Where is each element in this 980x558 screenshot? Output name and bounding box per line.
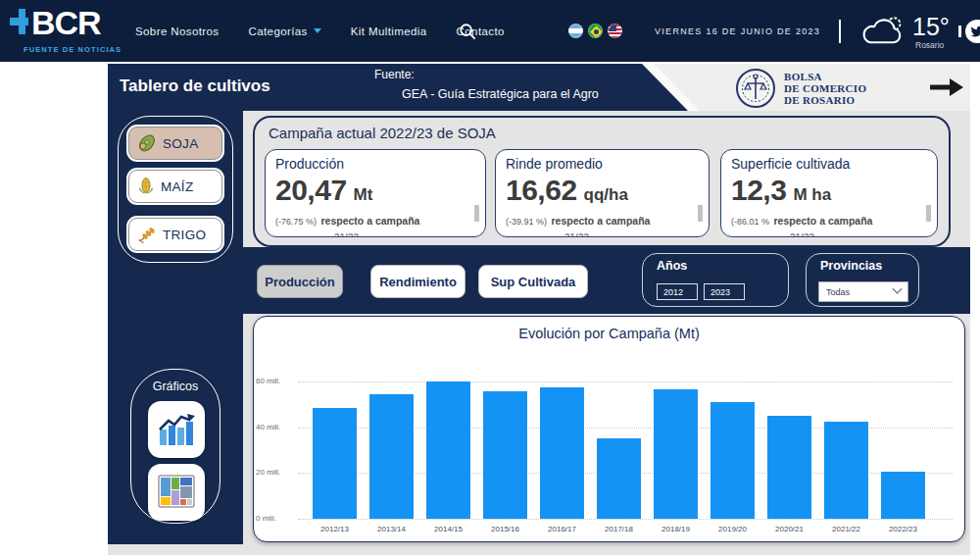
gridline [298,381,953,382]
crop-button-soja[interactable]: SOJA [128,127,222,160]
kpi-unit: Mt [354,185,373,205]
kpi-unit: qq/ha [584,185,628,205]
x-axis-tick: 2019/20 [710,525,755,533]
bar-2021/22[interactable] [824,422,868,519]
crop-button-maiz[interactable]: MAÍZ [128,170,222,203]
bcr-logo[interactable]: BCR FUENTE DE NOTICIAS [10,6,118,54]
org-line-2: DE COMERCIO [784,82,866,94]
flag-argentina-icon[interactable] [568,24,583,38]
years-filter-group: Años 2012 2023 [642,253,789,307]
treemap-icon [155,471,198,514]
gridline [298,519,953,520]
seal-logo-icon [735,68,776,109]
content-area: Campaña actual 2022/23 de SOJA Producció… [243,111,970,555]
year-to-input[interactable]: 2023 [704,283,745,300]
x-axis-tick: 2021/22 [824,525,868,533]
x-axis-tick: 2016/17 [540,525,584,533]
scrollbar-thumb[interactable] [474,205,479,222]
provinces-selected-value: Todas [826,287,850,297]
kpi-label: Rinde promedio [506,156,603,172]
corn-icon [136,177,156,196]
search-icon[interactable] [459,23,476,40]
bar-2017/18[interactable] [597,438,641,519]
bar-2016/17[interactable] [540,387,584,519]
treemap-view-button[interactable] [148,464,205,521]
crop-button-trigo[interactable]: TRIGO [128,218,222,251]
kpi-panel-title: Campaña actual 2022/23 de SOJA [269,125,496,141]
provinces-filter-group: Provincias Todas [806,253,919,307]
years-label: Años [657,259,687,273]
tab-sup-cultivada[interactable]: Sup Cultivada [478,265,588,298]
bar-2018/19[interactable] [654,389,698,519]
dashboard-title: Tablero de cultivos [120,76,270,96]
date-text: VIERNES 16 DE JUNIO DE 2023 [655,26,820,36]
bar-chart-view-button[interactable] [148,401,205,458]
nav-divider [839,20,841,43]
x-axis-tick: 2022/23 [881,525,925,533]
graphics-group: Gráficos [130,369,220,524]
crop-selector-group: SOJA MAÍZ [118,116,233,263]
nav-item-sobre-nosotros[interactable]: Sobre Nosotros [135,25,220,37]
y-axis-tick: 20 mill. [256,468,293,477]
bar-2022/23[interactable] [881,472,925,519]
kpi-value: 20,47 [275,174,347,207]
nav-item-categorias[interactable]: Categorías [249,25,321,37]
x-axis-tick: 2012/13 [313,525,357,533]
year-from-input[interactable]: 2012 [657,283,698,300]
tab-rendimiento[interactable]: Rendimiento [370,265,466,298]
org-line-1: BOLSA [784,71,866,82]
kpi-panel: Campaña actual 2022/23 de SOJA Producció… [253,116,951,247]
filter-band: Producción Rendimiento Sup Cultivada Año… [243,247,970,314]
scrollbar-thumb[interactable] [698,205,703,222]
source-label: Fuente: [374,68,415,81]
kpi-card-superficie: Superficie cultivada 12,3 M ha (-86.01 %… [720,149,938,237]
bcr-plus-icon [10,9,31,42]
tab-produccion[interactable]: Producción [257,265,343,298]
scrollbar-thumb[interactable] [926,205,931,222]
kpi-card-produccion: Producción 20,47 Mt (-76.75 %) respecto … [265,149,486,237]
weather-widget: 15° Rosario [859,14,950,50]
header-navy-area: Tablero de cultivos Fuente: GEA - Guía E… [108,64,688,111]
nav-item-kit-multimedia[interactable]: Kit Multimedia [351,25,427,37]
flag-usa-icon[interactable] [608,24,622,38]
org-line-3: DE ROSARIO [784,94,866,106]
provinces-dropdown[interactable]: Todas [818,281,908,302]
top-nav: BCR FUENTE DE NOTICIAS Sobre Nosotros Ca… [0,0,980,62]
bar-chart-icon [155,408,198,451]
chart-title: Evolución por Campaña (Mt) [254,326,964,341]
bar-2015/16[interactable] [483,391,527,519]
x-axis-tick: 2013/14 [369,525,414,533]
source-value: GEA - Guía Estratégica para el Agro [402,87,599,101]
brand-tagline: FUENTE DE NOTICIAS [24,45,118,54]
y-axis-tick: 60 mill. [256,377,293,385]
kpi-unit: M ha [793,185,831,205]
x-axis-tick: 2018/19 [654,525,698,533]
brand-text: BCR [31,6,101,39]
kpi-delta: (-76.75 %) respecto a campaña [275,211,419,228]
x-axis-tick: 2015/16 [483,525,527,533]
arrow-right-button[interactable] [929,77,964,101]
kpi-value: 16,62 [506,174,577,207]
x-axis-tick: 2014/15 [426,525,470,533]
nav-menu: Sobre Nosotros Categorías Kit Multimedia… [135,0,505,62]
twitter-icon[interactable] [965,20,980,43]
graphics-label: Gráficos [131,380,220,393]
y-axis-tick: 40 mill. [256,423,293,431]
bcr-org-logo: BOLSA DE COMERCIO DE ROSARIO [735,68,866,109]
left-sidebar: SOJA MAÍZ [108,111,243,544]
bar-2013/14[interactable] [369,394,414,519]
bar-2014/15[interactable] [426,381,470,519]
kpi-value: 12,3 [731,174,786,207]
bar-2019/20[interactable] [710,402,755,519]
y-axis-tick: 0 mill. [256,514,293,523]
temperature: 15° [912,14,950,39]
bar-2020/21[interactable] [767,416,811,519]
language-flags [568,24,622,38]
flag-brazil-icon[interactable] [588,24,603,38]
kpi-delta: (-39.91 %) respecto a campaña [506,211,650,228]
chevron-down-icon [314,28,321,33]
bar-2012/13[interactable] [313,408,357,519]
social-divider [958,25,961,37]
page: BCR FUENTE DE NOTICIAS Sobre Nosotros Ca… [0,0,980,558]
kpi-label: Superficie cultivada [731,156,850,172]
